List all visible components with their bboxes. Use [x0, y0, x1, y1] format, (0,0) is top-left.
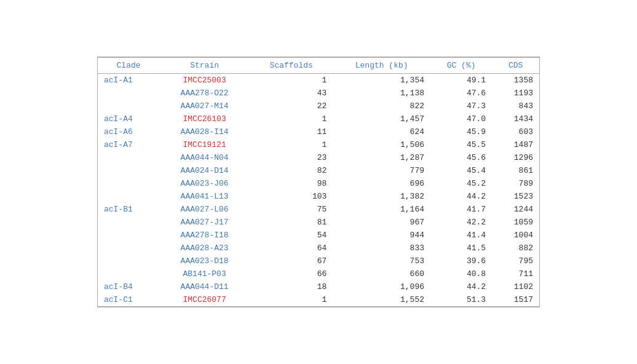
- main-table-container: Clade Strain Scaffolds Length (kb) GC (%…: [97, 57, 540, 307]
- cell-strain: AAA027-J17: [159, 216, 250, 229]
- cell-strain: IMCC19121: [159, 138, 250, 151]
- cell-strain: AAA023-J06: [159, 177, 250, 190]
- cell-scaffolds: 22: [250, 100, 333, 113]
- cell-gc: 44.2: [430, 190, 492, 203]
- cell-clade: [98, 267, 159, 280]
- cell-length: 1,164: [333, 203, 430, 216]
- cell-scaffolds: 43: [250, 87, 333, 100]
- table-row: AAA041-L131031,38244.21523: [98, 190, 539, 203]
- table-row: AAA024-D148277945.4861: [98, 164, 539, 177]
- cell-cds: 1193: [492, 87, 539, 100]
- cell-length: 1,457: [333, 113, 430, 125]
- cell-clade: acI-B4: [98, 280, 159, 293]
- table-row: AAA044-N04231,28745.61296: [98, 151, 539, 164]
- cell-gc: 47.6: [430, 87, 492, 100]
- cell-strain: AAA278-O22: [159, 87, 250, 100]
- cell-cds: 603: [492, 125, 539, 138]
- cell-scaffolds: 18: [250, 280, 333, 293]
- cell-cds: 1517: [492, 293, 539, 307]
- cell-cds: 1434: [492, 113, 539, 125]
- cell-length: 779: [333, 164, 430, 177]
- table-row: AB141-P036666040.8711: [98, 267, 539, 280]
- table-row: acI-B1AAA027-L06751,16441.71244: [98, 203, 539, 216]
- cell-length: 822: [333, 100, 430, 113]
- cell-gc: 40.8: [430, 267, 492, 280]
- cell-gc: 44.2: [430, 280, 492, 293]
- cell-scaffolds: 66: [250, 267, 333, 280]
- cell-length: 696: [333, 177, 430, 190]
- cell-scaffolds: 64: [250, 242, 333, 255]
- cell-strain: AAA041-L13: [159, 190, 250, 203]
- cell-clade: [98, 216, 159, 229]
- cell-scaffolds: 1: [250, 74, 333, 87]
- cell-length: 833: [333, 242, 430, 255]
- cell-length: 624: [333, 125, 430, 138]
- table-row: acI-C1IMCC2607711,55251.31517: [98, 293, 539, 307]
- cell-scaffolds: 103: [250, 190, 333, 203]
- cell-length: 1,287: [333, 151, 430, 164]
- cell-length: 1,096: [333, 280, 430, 293]
- cell-length: 1,552: [333, 293, 430, 307]
- cell-scaffolds: 1: [250, 293, 333, 307]
- cell-scaffolds: 67: [250, 255, 333, 267]
- cell-cds: 1523: [492, 190, 539, 203]
- header-length: Length (kb): [333, 58, 430, 74]
- header-clade: Clade: [98, 58, 159, 74]
- cell-gc: 41.5: [430, 242, 492, 255]
- cell-gc: 45.4: [430, 164, 492, 177]
- cell-clade: acI-C1: [98, 293, 159, 307]
- table-row: AAA028-A236483341.5882: [98, 242, 539, 255]
- cell-length: 1,354: [333, 74, 430, 87]
- cell-strain: AAA027-L06: [159, 203, 250, 216]
- cell-gc: 45.9: [430, 125, 492, 138]
- cell-gc: 41.7: [430, 203, 492, 216]
- cell-gc: 49.1: [430, 74, 492, 87]
- cell-cds: 1059: [492, 216, 539, 229]
- cell-cds: 711: [492, 267, 539, 280]
- cell-cds: 1244: [492, 203, 539, 216]
- cell-scaffolds: 23: [250, 151, 333, 164]
- cell-cds: 1296: [492, 151, 539, 164]
- cell-clade: acI-B1: [98, 203, 159, 216]
- table-row: acI-A4IMCC2610311,45747.01434: [98, 113, 539, 125]
- cell-scaffolds: 1: [250, 138, 333, 151]
- cell-strain: AAA028-I14: [159, 125, 250, 138]
- data-table: Clade Strain Scaffolds Length (kb) GC (%…: [98, 57, 539, 307]
- cell-strain: AAA028-A23: [159, 242, 250, 255]
- cell-cds: 789: [492, 177, 539, 190]
- cell-length: 1,506: [333, 138, 430, 151]
- cell-cds: 1004: [492, 229, 539, 242]
- header-cds: CDS: [492, 58, 539, 74]
- cell-scaffolds: 81: [250, 216, 333, 229]
- cell-length: 660: [333, 267, 430, 280]
- cell-cds: 1358: [492, 74, 539, 87]
- cell-cds: 795: [492, 255, 539, 267]
- cell-clade: [98, 164, 159, 177]
- cell-strain: AAA044-D11: [159, 280, 250, 293]
- cell-length: 1,382: [333, 190, 430, 203]
- cell-gc: 45.6: [430, 151, 492, 164]
- cell-strain: AB141-P03: [159, 267, 250, 280]
- cell-clade: acI-A6: [98, 125, 159, 138]
- table-row: acI-A1IMCC2500311,35449.11358: [98, 74, 539, 87]
- cell-clade: [98, 190, 159, 203]
- cell-strain: IMCC26103: [159, 113, 250, 125]
- cell-length: 1,138: [333, 87, 430, 100]
- cell-cds: 861: [492, 164, 539, 177]
- cell-strain: IMCC26077: [159, 293, 250, 307]
- header-gc: GC (%): [430, 58, 492, 74]
- header-scaffolds: Scaffolds: [250, 58, 333, 74]
- cell-clade: [98, 229, 159, 242]
- cell-cds: 1102: [492, 280, 539, 293]
- cell-strain: IMCC25003: [159, 74, 250, 87]
- cell-cds: 1487: [492, 138, 539, 151]
- cell-clade: [98, 87, 159, 100]
- cell-gc: 47.0: [430, 113, 492, 125]
- cell-cds: 882: [492, 242, 539, 255]
- cell-length: 967: [333, 216, 430, 229]
- cell-scaffolds: 1: [250, 113, 333, 125]
- cell-gc: 51.3: [430, 293, 492, 307]
- cell-scaffolds: 82: [250, 164, 333, 177]
- header-strain: Strain: [159, 58, 250, 74]
- cell-scaffolds: 54: [250, 229, 333, 242]
